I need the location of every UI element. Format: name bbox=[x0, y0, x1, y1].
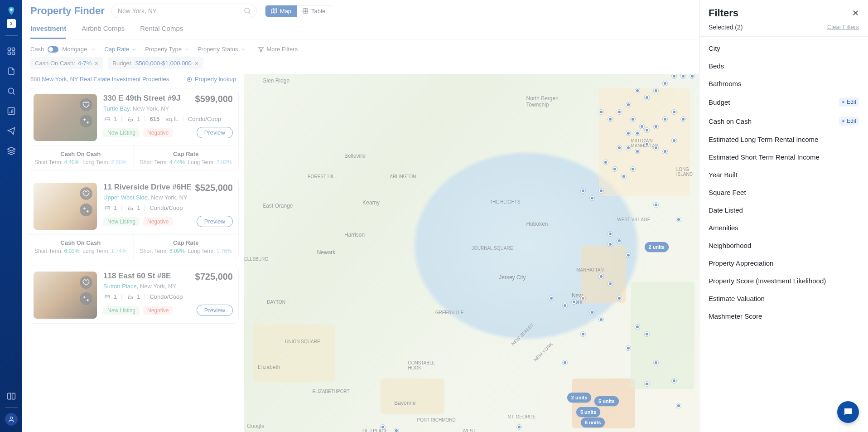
tab-rental-comps[interactable]: Rental Comps bbox=[140, 24, 183, 39]
map-cluster-bubble[interactable]: 6 units bbox=[581, 417, 605, 427]
map-pin[interactable] bbox=[663, 81, 667, 86]
filter-item[interactable]: Mashmeter Score bbox=[699, 307, 868, 325]
map[interactable]: Glen RidgeFOREST HILLBellevilleNorth Ber… bbox=[244, 74, 699, 432]
cap-rate-dropdown[interactable]: Cap Rate bbox=[104, 46, 137, 53]
map-pin[interactable] bbox=[645, 95, 649, 100]
filter-item[interactable]: Estimated Short Term Rental Income bbox=[699, 148, 868, 166]
map-pin[interactable] bbox=[581, 189, 585, 193]
map-pin[interactable] bbox=[672, 379, 676, 383]
map-pin[interactable] bbox=[654, 124, 658, 129]
listing-neighborhood[interactable]: Turtle Bay, bbox=[103, 105, 131, 112]
listing-neighborhood[interactable]: Sutton Place, bbox=[103, 283, 138, 290]
listing-address[interactable]: 11 Riverside Drive #6HE bbox=[103, 183, 192, 192]
favorite-button[interactable] bbox=[80, 276, 92, 289]
nav-reports-icon[interactable] bbox=[6, 66, 17, 77]
preview-button[interactable]: Preview bbox=[197, 127, 233, 138]
map-pin[interactable] bbox=[581, 332, 585, 336]
map-pin[interactable] bbox=[663, 149, 667, 154]
listing-neighborhood[interactable]: Upper West Side, bbox=[103, 194, 149, 201]
nav-campaigns-icon[interactable] bbox=[6, 126, 17, 136]
results-link[interactable]: New York, NY Real Estate Investment Prop… bbox=[42, 76, 169, 83]
filter-item[interactable]: Cash on CashEdit bbox=[699, 112, 868, 131]
chip-remove-icon[interactable]: ✕ bbox=[194, 60, 199, 67]
search-icon[interactable] bbox=[243, 7, 251, 15]
map-cluster-bubble[interactable]: 5 units bbox=[576, 407, 600, 417]
map-pin[interactable] bbox=[672, 74, 676, 78]
close-icon[interactable]: ✕ bbox=[852, 8, 859, 18]
listing-image[interactable] bbox=[34, 272, 97, 319]
nav-dashboard-icon[interactable] bbox=[6, 46, 17, 57]
search-input[interactable] bbox=[111, 4, 257, 18]
view-map-button[interactable]: Map bbox=[265, 5, 297, 17]
compare-button[interactable] bbox=[80, 204, 92, 216]
map-cluster-bubble[interactable]: 2 units bbox=[645, 242, 669, 252]
listing-image[interactable] bbox=[34, 183, 97, 230]
compare-button[interactable] bbox=[80, 292, 92, 305]
map-pin[interactable] bbox=[572, 300, 576, 304]
preview-button[interactable]: Preview bbox=[197, 305, 233, 316]
nav-search-icon[interactable] bbox=[6, 86, 17, 97]
map-cluster-bubble[interactable]: 2 units bbox=[567, 393, 591, 403]
preview-button[interactable]: Preview bbox=[197, 216, 233, 227]
filter-item[interactable]: Estimated Long Term Rental Income bbox=[699, 131, 868, 148]
favorite-button[interactable] bbox=[80, 187, 92, 200]
map-pin[interactable] bbox=[654, 146, 658, 150]
map-pin[interactable] bbox=[681, 74, 685, 78]
nav-analytics-icon[interactable] bbox=[6, 106, 17, 116]
map-pin[interactable] bbox=[676, 217, 681, 222]
nav-learn-icon[interactable] bbox=[6, 391, 17, 402]
map-pin[interactable] bbox=[672, 138, 676, 143]
user-avatar[interactable] bbox=[5, 413, 18, 426]
map-pin[interactable] bbox=[672, 110, 676, 114]
map-pin[interactable] bbox=[654, 360, 658, 365]
map-pin[interactable] bbox=[654, 203, 658, 207]
filter-item[interactable]: Date Listed bbox=[699, 201, 868, 219]
filter-edit-button[interactable]: Edit bbox=[839, 97, 859, 107]
map-pin[interactable] bbox=[663, 117, 667, 121]
map-pin[interactable] bbox=[608, 117, 612, 121]
map-cluster-bubble[interactable]: 5 units bbox=[594, 396, 618, 406]
filter-item[interactable]: Property Appreciation bbox=[699, 254, 868, 272]
chevron-down-icon[interactable] bbox=[91, 47, 96, 52]
tab-airbnb-comps[interactable]: Airbnb Comps bbox=[82, 24, 125, 39]
map-pin[interactable] bbox=[645, 128, 649, 132]
listing-address[interactable]: 330 E 49th Street #9J bbox=[103, 94, 180, 103]
map-pin[interactable] bbox=[394, 428, 399, 432]
map-pin[interactable] bbox=[645, 142, 649, 146]
property-lookup-button[interactable]: Property lookup bbox=[186, 76, 236, 83]
filter-item[interactable]: Neighborhood bbox=[699, 237, 868, 254]
filter-item[interactable]: Estimate Valuation bbox=[699, 290, 868, 307]
filter-edit-button[interactable]: Edit bbox=[839, 116, 859, 126]
map-pin[interactable] bbox=[645, 382, 649, 386]
filter-item[interactable]: BudgetEdit bbox=[699, 92, 868, 112]
sidebar-expand-button[interactable] bbox=[7, 19, 16, 28]
map-pin[interactable] bbox=[563, 360, 567, 365]
property-status-dropdown[interactable]: Property Status bbox=[198, 46, 246, 53]
chip-remove-icon[interactable]: ✕ bbox=[94, 60, 99, 67]
property-type-dropdown[interactable]: Property Type bbox=[145, 46, 189, 53]
view-table-button[interactable]: Table bbox=[297, 5, 331, 17]
more-filters-button[interactable]: More Filters bbox=[258, 46, 298, 53]
map-pin[interactable] bbox=[690, 74, 694, 78]
listing-scroll[interactable]: 330 E 49th Street #9J $599,000 Turtle Ba… bbox=[22, 86, 244, 432]
compare-button[interactable] bbox=[80, 115, 92, 127]
map-pin[interactable] bbox=[608, 232, 612, 236]
listing-address[interactable]: 118 East 60 St #8E bbox=[103, 272, 171, 281]
map-pin[interactable] bbox=[590, 196, 594, 200]
chat-fab[interactable] bbox=[837, 401, 859, 423]
map-pin[interactable] bbox=[681, 117, 685, 121]
filter-item[interactable]: Property Score (Investment Likelihood) bbox=[699, 272, 868, 290]
favorite-button[interactable] bbox=[80, 98, 92, 111]
clear-filters-button[interactable]: Clear Filters bbox=[827, 24, 859, 31]
map-pin[interactable] bbox=[603, 160, 608, 165]
map-pin[interactable] bbox=[676, 403, 681, 408]
tab-investment[interactable]: Investment bbox=[30, 24, 66, 39]
finance-toggle-switch[interactable] bbox=[48, 46, 58, 53]
map-pin[interactable] bbox=[549, 296, 554, 301]
map-pin[interactable] bbox=[654, 88, 658, 93]
map-pin[interactable] bbox=[645, 332, 649, 336]
filters-list[interactable]: CityBedsBathroomsBudgetEditCash on CashE… bbox=[699, 37, 868, 432]
map-pin-selected[interactable] bbox=[581, 296, 585, 301]
filter-item[interactable]: City bbox=[699, 39, 868, 57]
filter-item[interactable]: Amenities bbox=[699, 219, 868, 237]
